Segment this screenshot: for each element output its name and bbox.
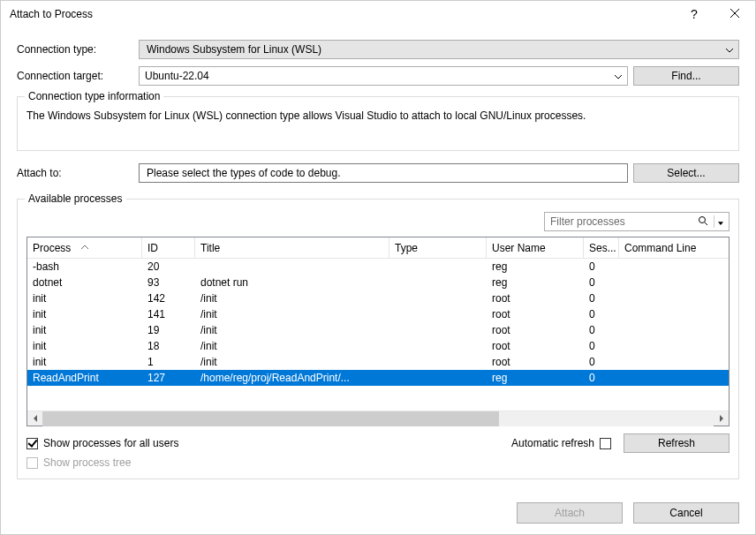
show-all-users-checkbox[interactable]: Show processes for all users xyxy=(26,437,178,449)
table-cell: 93 xyxy=(142,276,195,289)
table-row[interactable]: init141/initroot0 xyxy=(27,306,729,322)
table-cell: 0 xyxy=(584,340,619,352)
svg-line-3 xyxy=(705,222,707,225)
help-icon: ? xyxy=(691,7,698,21)
svg-point-2 xyxy=(699,216,706,222)
table-cell: root xyxy=(487,308,584,320)
connection-info-label: Connection type information xyxy=(25,90,163,102)
table-cell: 0 xyxy=(584,276,619,289)
connection-target-value: Ubuntu-22.04 xyxy=(145,70,209,82)
checkbox-box xyxy=(26,457,38,469)
checkbox-box xyxy=(26,438,38,449)
table-row[interactable]: ReadAndPrint127/home/reg/proj/ReadAndPri… xyxy=(27,370,729,386)
table-cell: init xyxy=(27,324,142,336)
table-cell: dotnet run xyxy=(195,276,389,289)
table-cell: ReadAndPrint xyxy=(27,372,142,384)
table-cell: reg xyxy=(487,276,584,289)
scroll-left-button[interactable] xyxy=(27,411,42,426)
table-row[interactable]: -bash20reg0 xyxy=(27,259,729,275)
available-processes-groupbox: Available processes Filter processes xyxy=(17,199,739,479)
table-cell: init xyxy=(27,340,142,352)
attach-to-label: Attach to: xyxy=(17,167,139,179)
table-cell: /init xyxy=(195,292,389,305)
close-button[interactable] xyxy=(714,1,755,27)
column-user-name[interactable]: User Name xyxy=(487,237,584,258)
table-cell: init xyxy=(27,356,142,368)
horizontal-scrollbar[interactable] xyxy=(27,411,729,426)
table-row[interactable]: init18/initroot0 xyxy=(27,338,729,354)
help-button[interactable]: ? xyxy=(674,1,714,27)
table-cell: reg xyxy=(487,372,584,384)
column-type[interactable]: Type xyxy=(389,237,487,258)
table-cell: 142 xyxy=(142,292,195,305)
table-cell: 0 xyxy=(584,308,619,320)
table-row[interactable]: init19/initroot0 xyxy=(27,322,729,338)
table-cell: -bash xyxy=(27,260,142,273)
table-cell: /init xyxy=(195,324,389,336)
table-cell: 0 xyxy=(584,372,619,384)
available-processes-label: Available processes xyxy=(25,192,126,205)
table-cell: 20 xyxy=(142,260,195,273)
connection-info-groupbox: Connection type information The Windows … xyxy=(17,96,739,151)
table-cell: /init xyxy=(195,356,389,368)
sort-ascending-icon xyxy=(81,239,88,252)
table-cell: 1 xyxy=(142,356,195,368)
table-cell: /init xyxy=(195,308,389,320)
dialog-title: Attach to Process xyxy=(10,8,674,20)
table-cell: 0 xyxy=(584,260,619,273)
refresh-button[interactable]: Refresh xyxy=(624,433,730,453)
automatic-refresh-checkbox[interactable]: Automatic refresh xyxy=(511,437,611,449)
table-row[interactable]: dotnet93dotnet runreg0 xyxy=(27,275,729,290)
connection-target-label: Connection target: xyxy=(17,70,139,82)
chevron-down-icon xyxy=(726,43,733,56)
filter-placeholder: Filter processes xyxy=(550,215,625,228)
connection-target-dropdown[interactable]: Ubuntu-22.04 xyxy=(139,66,628,86)
table-header: Process ID Title Type User Name Ses... C… xyxy=(27,237,729,259)
table-cell: root xyxy=(487,324,584,336)
table-cell: 0 xyxy=(584,324,619,336)
table-cell: 0 xyxy=(584,356,619,368)
attach-to-value: Please select the types of code to debug… xyxy=(147,167,340,179)
attach-to-field[interactable]: Please select the types of code to debug… xyxy=(139,163,628,183)
filter-processes-input[interactable]: Filter processes xyxy=(544,212,730,231)
attach-to-process-dialog: Attach to Process ? Connection type: Win… xyxy=(0,0,756,535)
close-icon xyxy=(730,8,739,20)
connection-type-dropdown[interactable]: Windows Subsystem for Linux (WSL) xyxy=(139,40,739,59)
column-command-line[interactable]: Command Line xyxy=(619,237,729,258)
find-button[interactable]: Find... xyxy=(633,66,739,86)
table-cell: reg xyxy=(487,260,584,273)
table-row[interactable]: init142/initroot0 xyxy=(27,290,729,306)
table-cell: /home/reg/proj/ReadAndPrint/... xyxy=(195,372,389,384)
svg-marker-6 xyxy=(720,415,723,422)
table-cell: 141 xyxy=(142,308,195,320)
select-button[interactable]: Select... xyxy=(633,163,739,183)
svg-marker-4 xyxy=(718,222,723,225)
search-icon xyxy=(698,215,708,229)
table-cell: root xyxy=(487,340,584,352)
connection-info-text: The Windows Subsystem for Linux (WSL) co… xyxy=(26,109,730,122)
svg-marker-5 xyxy=(34,415,37,422)
dialog-footer: Attach Cancel xyxy=(1,492,755,534)
checkbox-box xyxy=(600,438,611,449)
titlebar: Attach to Process ? xyxy=(1,1,755,27)
table-cell: init xyxy=(27,308,142,320)
column-id[interactable]: ID xyxy=(142,237,195,258)
table-cell: /init xyxy=(195,340,389,352)
cancel-button[interactable]: Cancel xyxy=(633,502,739,524)
table-cell: 0 xyxy=(584,292,619,305)
scrollbar-track[interactable] xyxy=(42,411,714,426)
table-cell: root xyxy=(487,356,584,368)
connection-type-label: Connection type: xyxy=(17,43,139,56)
scrollbar-thumb[interactable] xyxy=(42,411,499,426)
attach-button: Attach xyxy=(517,502,623,524)
show-process-tree-checkbox: Show process tree xyxy=(26,456,131,469)
dropdown-arrow-icon[interactable] xyxy=(718,215,723,228)
column-title[interactable]: Title xyxy=(195,237,389,258)
table-row[interactable]: init1/initroot0 xyxy=(27,354,729,370)
scroll-right-button[interactable] xyxy=(714,411,729,426)
table-cell: dotnet xyxy=(27,276,142,289)
column-session[interactable]: Ses... xyxy=(584,237,619,258)
chevron-down-icon xyxy=(615,70,622,82)
column-process[interactable]: Process xyxy=(27,237,142,258)
connection-type-value: Windows Subsystem for Linux (WSL) xyxy=(147,43,321,56)
